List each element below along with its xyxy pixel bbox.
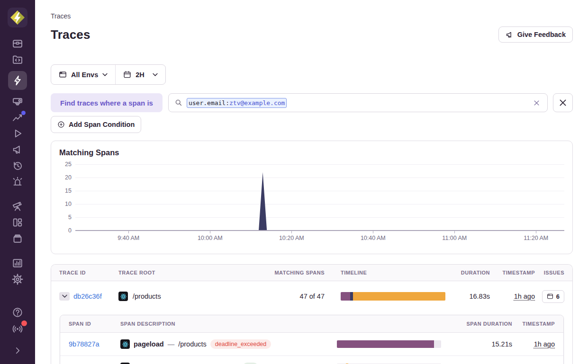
issues-count-button[interactable]: 6 <box>542 290 564 303</box>
col-span-timestamp: TIMESTAMP <box>512 321 563 327</box>
projector-icon <box>12 96 23 107</box>
sidebar-item-briefcase[interactable] <box>8 36 27 52</box>
breadcrumb[interactable]: Traces <box>51 12 573 20</box>
span-condition-label: Find traces where a span is <box>51 93 163 112</box>
trace-timestamp[interactable]: 1h ago <box>514 293 535 300</box>
env-filter-dropdown[interactable]: All Envs <box>51 65 115 84</box>
sidebar-item-gear[interactable] <box>8 271 27 287</box>
react-icon <box>118 292 128 301</box>
chart-x-axis: 9:40 AM10:00 AM10:20 AM10:40 AM11:00 AM1… <box>75 231 564 244</box>
span-timestamp[interactable]: 1h ago <box>534 340 555 348</box>
chevron-down-icon <box>153 73 158 77</box>
sidebar-item-bar-chart[interactable] <box>8 255 27 271</box>
react-icon <box>120 339 130 349</box>
panel-stack-icon <box>547 293 553 300</box>
sidebar-item-archive-box[interactable] <box>8 231 27 247</box>
clear-search-button[interactable] <box>532 98 541 107</box>
chart-plot <box>75 164 564 231</box>
megaphone-icon <box>506 31 514 39</box>
clock-rewind-icon <box>12 160 23 171</box>
col-issues: ISSUES <box>535 270 572 275</box>
token-value: ztv@example.com <box>229 99 285 107</box>
sidebar-collapse[interactable] <box>8 343 27 357</box>
issues-count: 6 <box>556 293 560 300</box>
express-icon: ex <box>120 363 130 364</box>
sidebar-item-megaphone[interactable] <box>8 142 27 158</box>
telescope-icon <box>12 201 23 212</box>
span-table: SPAN ID SPAN DESCRIPTION SPAN DURATION T… <box>60 315 564 364</box>
status-badge: deadline_exceeded <box>210 339 271 349</box>
notification-dot-blue <box>21 111 26 115</box>
chart-area-svg <box>75 164 564 231</box>
trace-timeline-bar <box>341 292 445 301</box>
page-title: Traces <box>51 27 90 42</box>
bar-chart-icon <box>12 257 23 269</box>
sidebar-bottom-group <box>8 304 27 364</box>
trace-row[interactable]: db26c36f /products 47 of 47 16.83s 1h ag… <box>51 281 572 311</box>
env-filter-value: All Envs <box>71 71 98 79</box>
span-row[interactable]: 9b78827a pageload — /products deadline_e… <box>60 333 563 355</box>
trace-id-link[interactable]: db26c36f <box>73 293 102 300</box>
window-icon <box>59 71 67 79</box>
span-table-header: SPAN ID SPAN DESCRIPTION SPAN DURATION T… <box>60 315 563 333</box>
collapse-trace-button[interactable] <box>59 292 70 301</box>
col-duration: DURATION <box>449 270 490 275</box>
chevron-right-icon <box>13 346 22 355</box>
chart-y-axis: 2520151050 <box>59 164 72 231</box>
span-duration: 15.21s <box>460 340 512 348</box>
calendar-icon <box>123 71 131 79</box>
add-span-condition-button[interactable]: Add Span Condition <box>51 116 141 133</box>
sidebar-item-help[interactable] <box>8 304 27 320</box>
sidebar <box>0 0 35 364</box>
close-icon <box>560 99 566 106</box>
separator-dash: — <box>168 340 175 348</box>
sidebar-item-play[interactable] <box>8 125 27 142</box>
sidebar-item-broadcast[interactable] <box>8 320 27 337</box>
trace-root-value: /products <box>133 293 161 300</box>
col-timeline: TIMELINE <box>325 270 449 275</box>
sidebar-item-chart-up[interactable] <box>8 109 27 125</box>
col-timestamp: TIMESTAMP <box>490 270 535 275</box>
sidebar-item-clock-rewind[interactable] <box>8 158 27 174</box>
sidebar-item-lightning-active[interactable] <box>8 71 27 90</box>
col-span-duration: SPAN DURATION <box>460 321 512 327</box>
span-op: pageload <box>134 340 164 348</box>
archive-box-icon <box>12 233 23 244</box>
lightning-diamond-logo-icon <box>8 8 27 27</box>
siren-icon <box>12 176 23 187</box>
app-logo[interactable] <box>8 8 27 27</box>
spans-chart: 2520151050 9:40 AM10:00 AM10:20 AM10:40 … <box>59 164 564 244</box>
briefcase-icon <box>12 38 23 49</box>
span-description: /products <box>178 340 207 348</box>
sidebar-item-siren[interactable] <box>8 174 27 190</box>
span-id-link[interactable]: 9b78827a <box>69 340 100 348</box>
span-row[interactable]: b7a7e441 ex http.server — GET /organizat… <box>60 355 563 364</box>
help-circle-icon <box>12 307 23 318</box>
col-matching-spans: MATCHING SPANS <box>253 270 325 275</box>
trace-duration: 16.83s <box>449 293 490 300</box>
col-trace-id: TRACE ID <box>51 270 118 275</box>
status-badge: ok <box>243 363 258 364</box>
sidebar-item-projector[interactable] <box>8 93 27 109</box>
search-token[interactable]: user.email:ztv@example.com <box>187 98 287 108</box>
gear-icon <box>12 274 23 285</box>
search-icon <box>175 99 182 107</box>
span-search-input[interactable]: user.email:ztv@example.com <box>168 93 548 112</box>
span-timeline-track <box>337 340 441 348</box>
sidebar-item-code-folder[interactable] <box>8 52 27 68</box>
play-icon <box>12 128 23 139</box>
code-folder-icon <box>12 54 23 65</box>
sidebar-item-layout-grid[interactable] <box>8 214 27 231</box>
give-feedback-label: Give Feedback <box>517 31 566 38</box>
trace-table: TRACE ID TRACE ROOT MATCHING SPANS TIMEL… <box>51 264 573 364</box>
chevron-down-icon <box>62 294 67 298</box>
remove-condition-button[interactable] <box>553 93 573 112</box>
sidebar-item-telescope[interactable] <box>8 198 27 214</box>
sidebar-nav <box>0 36 35 364</box>
matching-spans-panel: Matching Spans 2520151050 9:40 AM10:00 A… <box>51 141 573 254</box>
time-range-dropdown[interactable]: 2H <box>116 65 165 84</box>
give-feedback-button[interactable]: Give Feedback <box>498 27 573 43</box>
megaphone-icon <box>12 144 23 155</box>
layout-grid-icon <box>12 217 23 228</box>
filter-bar: All Envs 2H <box>51 64 166 85</box>
